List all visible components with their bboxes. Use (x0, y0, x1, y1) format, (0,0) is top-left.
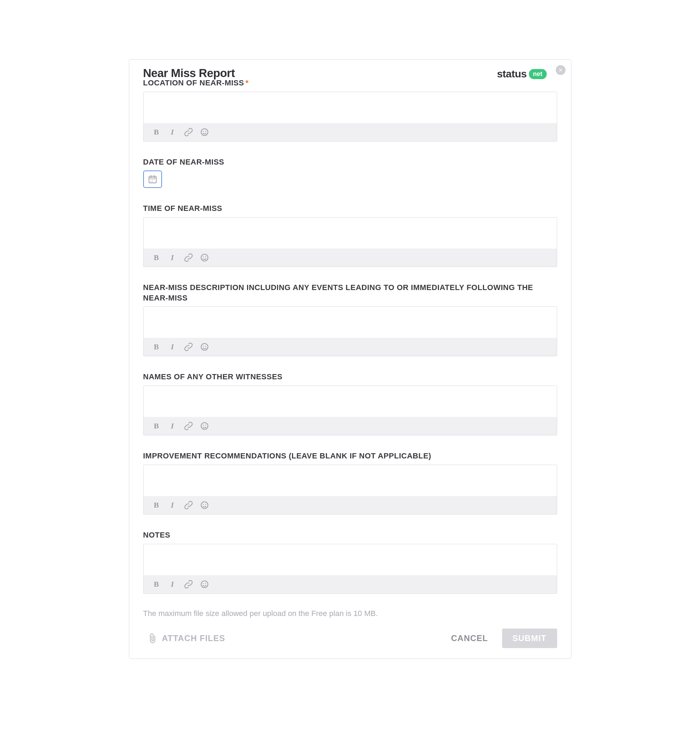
svg-point-11 (203, 425, 204, 426)
improvements-input[interactable] (143, 465, 557, 495)
brand-text: status (497, 68, 527, 80)
field-notes: NOTES B I (143, 530, 557, 594)
field-label-date: DATE OF NEAR-MISS (143, 157, 557, 167)
field-witnesses: NAMES OF ANY OTHER WITNESSES B I (143, 372, 557, 436)
field-description: NEAR-MISS DESCRIPTION INCLUDING ANY EVEN… (143, 283, 557, 356)
notes-input[interactable] (143, 544, 557, 574)
emoji-icon (200, 422, 209, 431)
upload-size-note: The maximum file size allowed per upload… (143, 609, 557, 618)
field-improvements: IMPROVEMENT RECOMMENDATIONS (LEAVE BLANK… (143, 451, 557, 514)
field-label-witnesses: NAMES OF ANY OTHER WITNESSES (143, 372, 557, 382)
italic-button[interactable]: I (168, 501, 177, 510)
submit-button[interactable]: SUBMIT (502, 628, 557, 648)
link-icon (184, 501, 193, 510)
bold-button[interactable]: B (152, 580, 161, 589)
close-button[interactable] (556, 65, 566, 75)
link-icon (184, 253, 193, 262)
svg-point-18 (205, 583, 206, 584)
field-label-description: NEAR-MISS DESCRIPTION INCLUDING ANY EVEN… (143, 283, 557, 303)
link-button[interactable] (184, 422, 193, 431)
svg-point-0 (201, 129, 208, 136)
attach-files-label: ATTACH FILES (162, 633, 225, 643)
attach-files-button[interactable]: ATTACH FILES (148, 633, 225, 644)
emoji-icon (200, 580, 209, 589)
emoji-icon (200, 501, 209, 510)
svg-point-2 (205, 131, 206, 132)
svg-point-9 (205, 346, 206, 347)
editor-notes: B I (143, 544, 557, 594)
brand-badge: net (529, 69, 547, 79)
svg-point-6 (205, 256, 206, 258)
link-button[interactable] (184, 342, 193, 352)
near-miss-report-modal: Near Miss Report status net LOCATION OF … (129, 59, 571, 659)
emoji-button[interactable] (200, 128, 209, 137)
modal-footer: ATTACH FILES CANCEL SUBMIT (143, 628, 557, 648)
link-icon (184, 342, 193, 352)
link-button[interactable] (184, 580, 193, 589)
editor-toolbar: B I (143, 575, 557, 593)
field-label-improvements: IMPROVEMENT RECOMMENDATIONS (LEAVE BLANK… (143, 451, 557, 461)
editor-toolbar: B I (143, 496, 557, 514)
link-button[interactable] (184, 253, 193, 262)
svg-point-4 (201, 254, 208, 261)
bold-button[interactable]: B (152, 128, 161, 137)
svg-point-13 (201, 501, 208, 509)
svg-point-7 (201, 344, 208, 351)
italic-button[interactable]: I (168, 128, 177, 137)
description-input[interactable] (143, 307, 557, 336)
svg-point-17 (203, 583, 204, 584)
cancel-button[interactable]: CANCEL (451, 633, 488, 643)
svg-point-15 (205, 504, 206, 505)
time-input[interactable] (143, 217, 557, 247)
editor-improvements: B I (143, 465, 557, 514)
italic-button[interactable]: I (168, 422, 177, 431)
date-picker-button[interactable] (143, 170, 162, 188)
bold-button[interactable]: B (152, 501, 161, 510)
emoji-button[interactable] (200, 501, 209, 510)
emoji-button[interactable] (200, 422, 209, 431)
link-icon (184, 422, 193, 431)
paperclip-icon (148, 633, 157, 644)
bold-button[interactable]: B (152, 253, 161, 262)
emoji-icon (200, 128, 209, 137)
field-label-notes: NOTES (143, 530, 557, 541)
editor-toolbar: B I (143, 248, 557, 267)
location-input[interactable] (143, 92, 557, 122)
emoji-icon (200, 253, 209, 262)
close-icon (558, 68, 563, 72)
editor-witnesses: B I (143, 386, 557, 436)
svg-point-12 (205, 425, 206, 426)
field-date: DATE OF NEAR-MISS (143, 157, 557, 188)
link-button[interactable] (184, 128, 193, 137)
svg-point-5 (203, 256, 204, 258)
link-icon (184, 128, 193, 137)
editor-time: B I (143, 217, 557, 267)
bold-button[interactable]: B (152, 342, 161, 352)
bold-button[interactable]: B (152, 422, 161, 431)
editor-toolbar: B I (143, 417, 557, 435)
calendar-icon (148, 174, 157, 184)
svg-point-1 (203, 131, 204, 132)
footer-actions: CANCEL SUBMIT (451, 628, 557, 648)
field-time: TIME OF NEAR-MISS B I (143, 203, 557, 267)
italic-button[interactable]: I (168, 580, 177, 589)
svg-point-16 (201, 581, 208, 588)
link-icon (184, 580, 193, 589)
editor-description: B I (143, 306, 557, 356)
field-location: LOCATION OF NEAR-MISS* B I (143, 78, 557, 142)
emoji-button[interactable] (200, 253, 209, 262)
emoji-button[interactable] (200, 342, 209, 352)
field-label-time: TIME OF NEAR-MISS (143, 203, 557, 214)
svg-point-14 (203, 504, 204, 505)
italic-button[interactable]: I (168, 342, 177, 352)
svg-point-10 (201, 422, 208, 430)
svg-point-8 (203, 346, 204, 347)
italic-button[interactable]: I (168, 253, 177, 262)
emoji-icon (200, 342, 209, 352)
witnesses-input[interactable] (143, 386, 557, 416)
editor-toolbar: B I (143, 338, 557, 356)
emoji-button[interactable] (200, 580, 209, 589)
link-button[interactable] (184, 501, 193, 510)
editor-toolbar: B I (143, 123, 557, 141)
required-star: * (245, 78, 248, 87)
